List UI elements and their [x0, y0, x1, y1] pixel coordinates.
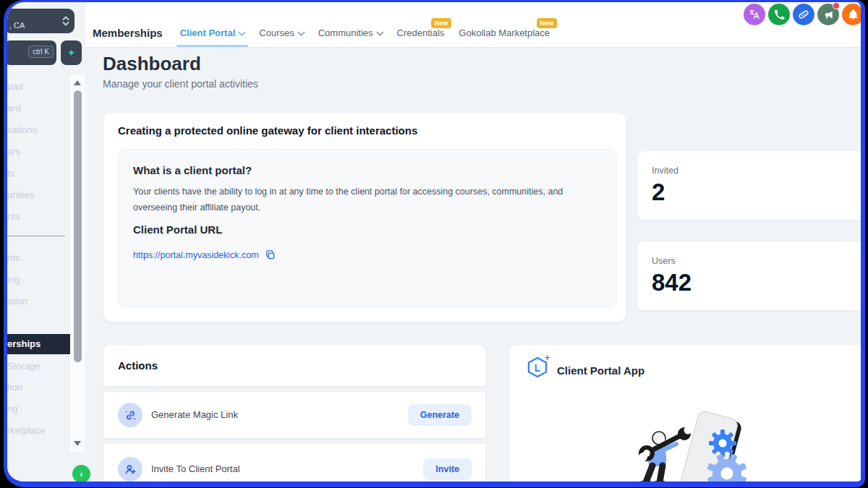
notification-bell-icon: [848, 9, 859, 20]
sidebar-scrollbar[interactable]: [70, 74, 85, 452]
sidebar-item-memberships-active[interactable]: erships: [7, 334, 70, 354]
actions-title: Actions: [118, 359, 158, 372]
chevron-down-icon: [376, 28, 383, 35]
svg-text:+: +: [545, 354, 550, 363]
client-portal-app-card: L + Client Portal App: [509, 344, 861, 481]
gateway-card: Creating a protected online gateway for …: [103, 112, 626, 322]
notifications-button[interactable]: [842, 4, 861, 25]
client-portal-question: What is a client portal?: [133, 164, 252, 176]
scroll-up-icon[interactable]: [74, 80, 81, 85]
tab-communities[interactable]: Communities: [318, 27, 383, 38]
collapse-sidebar-button[interactable]: ‹: [72, 465, 90, 483]
phone-button[interactable]: [768, 4, 790, 25]
sidebar-item-reporting[interactable]: ng: [7, 403, 17, 416]
action-label: Generate Magic Link: [151, 409, 238, 420]
generate-button[interactable]: Generate: [408, 404, 472, 426]
action-row-invite: Invite To Client Portal Invite: [103, 443, 486, 481]
keyboard-shortcut-badge: ctrl K: [28, 46, 54, 58]
actions-card-header: Actions: [103, 344, 486, 387]
chevron-updown-icon: [61, 14, 70, 27]
invite-icon-circle: [118, 457, 142, 481]
chevron-down-icon: [239, 28, 246, 35]
magic-link-icon: [124, 409, 137, 421]
client-portal-url-row: https://portal.myvasidekick.com: [133, 249, 276, 260]
copy-icon[interactable]: [265, 249, 276, 260]
gateway-info-panel: What is a client portal? Your clients ha…: [118, 149, 617, 307]
tab-credentials[interactable]: Credentials New: [397, 27, 445, 38]
client-portal-app-icon: L +: [524, 354, 553, 386]
scroll-down-icon[interactable]: [74, 441, 81, 446]
stat-card-invited: Invited 2: [637, 150, 861, 221]
main-content: Memberships Client Portal Courses Commun…: [85, 2, 861, 481]
top-navigation: Memberships Client Portal Courses Commun…: [93, 27, 550, 39]
ai-assistant-button[interactable]: ✦: [61, 40, 82, 65]
search-input[interactable]: ctrl K: [4, 40, 56, 65]
tab-courses[interactable]: Courses: [259, 27, 303, 38]
account-switcher[interactable]: , CA: [4, 9, 75, 33]
stat-label: Users: [652, 256, 676, 266]
translate-icon: [749, 9, 760, 20]
gateway-card-title: Creating a protected online gateway for …: [118, 124, 417, 137]
invite-button[interactable]: Invite: [423, 458, 472, 480]
app-window: , CA ctrl K ✦ pad ard sations ars ts uni…: [4, 0, 865, 487]
sidebar-item-conversations[interactable]: sations: [7, 124, 37, 137]
sidebar-item-calendars[interactable]: ars: [7, 145, 20, 158]
announcement-button[interactable]: [817, 4, 839, 25]
client-portal-url-label: Client Portal URL: [133, 223, 222, 236]
svg-text:L: L: [535, 362, 541, 374]
stat-value: 842: [652, 269, 692, 296]
rewards-icon: [798, 9, 809, 20]
phone-icon: [774, 9, 785, 20]
client-portal-description: Your clients have the ability to log in …: [133, 184, 602, 216]
sidebar-divider: [7, 236, 65, 236]
account-location-label: , CA: [9, 21, 25, 30]
sidebar-item-payments[interactable]: nts: [7, 210, 20, 223]
sidebar-item-agents[interactable]: nts: [7, 252, 20, 265]
top-header: Memberships Client Portal Courses Commun…: [85, 2, 861, 48]
sidebar-item-app-marketplace[interactable]: rketplace: [7, 424, 46, 437]
action-row-magic-link: Generate Magic Link Generate: [103, 391, 486, 439]
notification-dot: [833, 2, 840, 9]
tab-gokollab-marketplace[interactable]: Gokollab Marketplace New: [459, 27, 550, 38]
stat-card-users: Users 842: [637, 241, 861, 311]
sidebar-item-launchpad[interactable]: pad: [7, 80, 23, 93]
sparkle-icon: ✦: [67, 47, 76, 59]
action-label: Invite To Client Portal: [151, 463, 240, 474]
client-portal-app-title: Client Portal App: [557, 364, 644, 377]
chevron-down-icon: [297, 28, 305, 35]
sidebar-item-dashboard[interactable]: ard: [7, 102, 21, 115]
tab-client-portal[interactable]: Client Portal: [180, 27, 245, 38]
magic-link-icon-circle: [118, 403, 142, 427]
sidebar-item-opportunities[interactable]: unities: [7, 189, 35, 202]
sidebar-item-marketing[interactable]: ing: [7, 273, 20, 286]
announcement-icon: [823, 9, 834, 20]
header-icon-row: [744, 4, 861, 25]
sidebar-item-contacts[interactable]: ts: [7, 167, 14, 180]
page-subtitle: Manage your client portal activities: [103, 78, 258, 90]
new-badge: New: [537, 18, 558, 28]
new-badge: New: [431, 18, 452, 28]
rewards-button[interactable]: [793, 4, 814, 25]
section-label-memberships: Memberships: [93, 27, 163, 39]
page-title: Dashboard: [103, 53, 201, 75]
sidebar-item-reputation[interactable]: tion: [7, 381, 22, 394]
client-portal-illustration: [618, 411, 777, 481]
invite-user-icon: [124, 463, 137, 476]
sidebar-item-automation[interactable]: ation: [7, 295, 27, 308]
translate-button[interactable]: [744, 4, 765, 25]
client-portal-url-link[interactable]: https://portal.myvasidekick.com: [133, 250, 259, 260]
stat-value: 2: [652, 179, 665, 206]
screenshot-stage: , CA ctrl K ✦ pad ard sations ars ts uni…: [0, 0, 868, 488]
sidebar-item-media-storage[interactable]: Storage: [7, 360, 41, 373]
stat-label: Invited: [652, 166, 678, 176]
scrollbar-thumb[interactable]: [74, 90, 82, 362]
chevron-left-icon: ‹: [80, 468, 82, 479]
